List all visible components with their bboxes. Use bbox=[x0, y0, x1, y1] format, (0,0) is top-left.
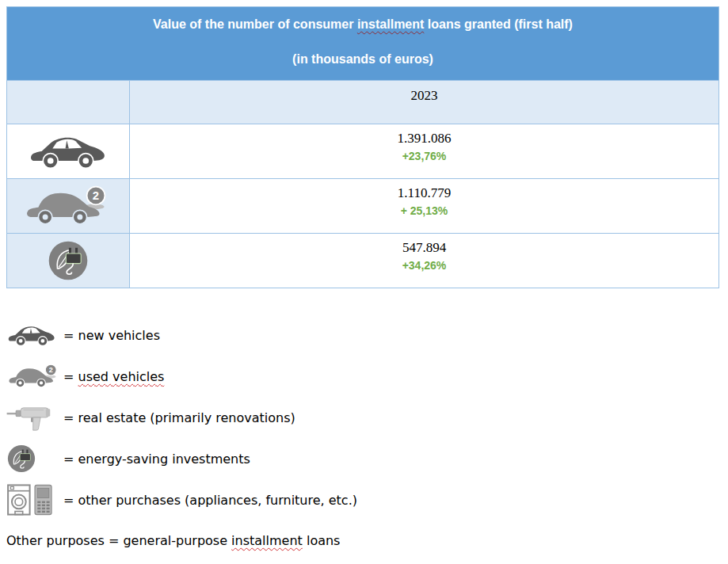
table-row-used-vehicles: 2 1.110.779 + 25,13% bbox=[7, 178, 718, 233]
legend-item-other-purchases: = other purchases (appliances, furniture… bbox=[6, 479, 357, 520]
legend-item-new-vehicles: = new vehicles bbox=[6, 314, 357, 356]
legend-label: = real estate (primarily renovations) bbox=[63, 410, 295, 425]
legend-label: = energy-saving investments bbox=[63, 452, 250, 467]
energy-icon bbox=[47, 239, 90, 282]
energy-icon-cell bbox=[7, 234, 129, 288]
title-misspelled-word: installment bbox=[357, 17, 424, 31]
loan-value: 547.894 bbox=[402, 239, 446, 257]
table-title: Value of the number of consumer installm… bbox=[7, 7, 718, 80]
title-text: Value of the number of consumer bbox=[153, 17, 357, 31]
loan-value: 1.110.779 bbox=[398, 185, 451, 202]
year-header-cell: 2023 bbox=[129, 81, 718, 124]
document-page: Value of the number of consumer installm… bbox=[0, 0, 728, 564]
other-purposes-note: Other purposes = general-purpose install… bbox=[6, 533, 340, 548]
drill-icon bbox=[6, 401, 63, 434]
used-vehicles-icon-cell: 2 bbox=[7, 179, 129, 233]
footer-misspelled-word: installment bbox=[231, 533, 303, 548]
year-header-row: 2023 bbox=[7, 80, 718, 124]
legend-label: = other purchases (appliances, furniture… bbox=[63, 493, 357, 508]
new-car-icon bbox=[6, 323, 63, 347]
title-text-end: loans granted (first half) bbox=[424, 17, 573, 31]
table-title-line2: (in thousands of euros) bbox=[7, 52, 718, 67]
loan-change: +23,76% bbox=[402, 150, 447, 162]
table-row-new-vehicles: 1.391.086 +23,76% bbox=[7, 124, 718, 178]
new-vehicles-icon-cell bbox=[7, 124, 129, 178]
legend-item-real-estate: = real estate (primarily renovations) bbox=[6, 397, 357, 438]
used-car-icon: 2 bbox=[6, 362, 63, 391]
loan-change: +34,26% bbox=[402, 259, 447, 272]
svg-text:2: 2 bbox=[49, 366, 53, 374]
legend: = new vehicles 2 = used vehicles bbox=[6, 314, 357, 520]
used-car-badge: 2 bbox=[93, 189, 99, 202]
legend-item-energy-saving: = energy-saving investments bbox=[6, 438, 357, 479]
legend-label: = new vehicles bbox=[63, 328, 160, 343]
loan-value: 1.391.086 bbox=[398, 130, 452, 147]
table-row-energy-saving: 547.894 +34,26% bbox=[7, 233, 718, 288]
used-vehicles-value-cell: 1.110.779 + 25,13% bbox=[129, 179, 718, 233]
table-title-line1: Value of the number of consumer installm… bbox=[7, 17, 718, 32]
energy-icon bbox=[6, 444, 63, 474]
loans-table: Value of the number of consumer installm… bbox=[6, 6, 719, 288]
corner-empty-cell bbox=[7, 81, 129, 124]
used-car-icon: 2 bbox=[22, 184, 114, 228]
new-car-icon bbox=[27, 132, 109, 170]
new-vehicles-value-cell: 1.391.086 +23,76% bbox=[129, 124, 718, 178]
loan-change: + 25,13% bbox=[401, 204, 448, 217]
legend-label: = used vehicles bbox=[63, 369, 164, 384]
energy-value-cell: 547.894 +34,26% bbox=[129, 234, 718, 288]
appliances-icon bbox=[6, 483, 63, 516]
legend-item-used-vehicles: 2 = used vehicles bbox=[6, 356, 357, 397]
